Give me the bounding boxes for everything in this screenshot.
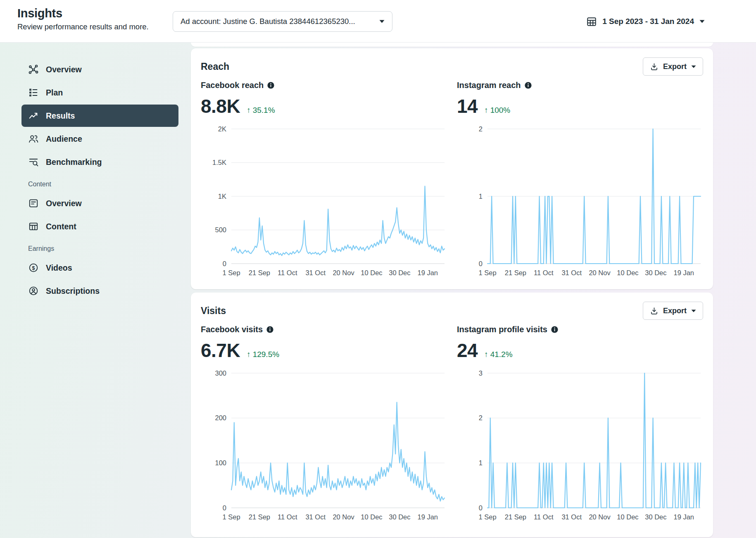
svg-text:30 Dec: 30 Dec <box>645 269 666 276</box>
svg-text:30 Dec: 30 Dec <box>645 513 666 521</box>
svg-text:300: 300 <box>215 369 226 377</box>
scrolled-card-edge <box>191 43 713 47</box>
sidebar-item-subscriptions[interactable]: Subscriptions <box>21 280 178 302</box>
audience-people-icon <box>28 133 39 144</box>
metric-delta: ↑ 35.1% <box>247 106 275 115</box>
svg-text:1: 1 <box>479 193 483 200</box>
svg-text:11 Oct: 11 Oct <box>534 269 554 276</box>
sidebar-item-results[interactable]: Results <box>21 105 178 127</box>
content-overview-icon <box>28 198 39 209</box>
svg-text:10 Dec: 10 Dec <box>617 269 638 276</box>
sidebar-item-videos[interactable]: $ Videos <box>21 257 178 279</box>
svg-text:200: 200 <box>215 414 226 421</box>
benchmarking-search-icon <box>28 157 39 167</box>
date-range-picker[interactable]: 1 Sep 2023 - 31 Jan 2024 <box>586 12 705 31</box>
page-subtitle: Review performance results and more. <box>17 22 149 31</box>
facebook-reach-chart: 05001K1.5K2K1 Sep21 Sep11 Oct31 Oct20 No… <box>201 121 447 279</box>
svg-text:0: 0 <box>223 504 226 512</box>
ad-account-label: Ad account: Justine G. Bautista 23844612… <box>181 17 355 26</box>
svg-text:30 Dec: 30 Dec <box>389 513 410 521</box>
svg-text:2: 2 <box>479 414 483 421</box>
sidebar-item-label: Subscriptions <box>46 286 100 296</box>
svg-text:21 Sep: 21 Sep <box>505 269 526 276</box>
svg-text:1 Sep: 1 Sep <box>478 269 496 276</box>
svg-text:11 Oct: 11 Oct <box>534 513 554 521</box>
svg-text:100: 100 <box>215 459 226 467</box>
sidebar-item-overview[interactable]: Overview <box>21 58 178 81</box>
reach-card: Reach Export Facebook reach 8.8K <box>191 48 713 289</box>
metric-label: Facebook reach <box>201 81 264 90</box>
chevron-down-icon <box>691 65 696 68</box>
facebook-reach-block: Facebook reach 8.8K ↑ 35.1% 05001K1.5K2K… <box>201 81 447 279</box>
metric-label: Facebook visits <box>201 325 263 334</box>
svg-text:21 Sep: 21 Sep <box>249 513 270 521</box>
trend-up-icon: ↑ <box>247 106 251 115</box>
content-table-icon <box>28 221 39 232</box>
sidebar-item-plan[interactable]: Plan <box>21 81 178 104</box>
card-title-visits: Visits <box>201 305 226 317</box>
metric-delta-value: 100% <box>490 106 511 115</box>
svg-text:11 Oct: 11 Oct <box>278 513 297 521</box>
chevron-down-icon <box>699 20 705 23</box>
sidebar: Overview Plan Results Audience <box>0 43 190 538</box>
svg-text:2K: 2K <box>218 125 226 133</box>
instagram-reach-block: Instagram reach 14 ↑ 100% 0121 Sep21 Sep… <box>457 81 703 279</box>
download-icon <box>650 307 659 315</box>
facebook-visits-chart: 01002003001 Sep21 Sep11 Oct31 Oct20 Nov1… <box>201 366 447 523</box>
sidebar-item-benchmarking[interactable]: Benchmarking <box>21 151 178 173</box>
svg-text:1 Sep: 1 Sep <box>222 513 240 521</box>
svg-text:$: $ <box>32 265 35 271</box>
svg-text:20 Nov: 20 Nov <box>589 269 611 276</box>
sidebar-section-content: Content <box>28 181 190 188</box>
svg-text:11 Oct: 11 Oct <box>278 269 297 276</box>
info-icon[interactable] <box>266 326 273 333</box>
trend-up-icon: ↑ <box>484 106 488 115</box>
svg-text:31 Oct: 31 Oct <box>305 513 326 521</box>
plan-list-icon <box>28 87 39 98</box>
metric-value: 6.7K <box>201 339 240 362</box>
svg-text:20 Nov: 20 Nov <box>333 269 354 276</box>
svg-text:0: 0 <box>479 260 483 267</box>
info-icon[interactable] <box>525 82 532 89</box>
export-label: Export <box>663 62 687 71</box>
download-icon <box>650 62 659 71</box>
svg-text:0: 0 <box>479 504 483 512</box>
export-button[interactable]: Export <box>643 57 703 76</box>
page-title: Insights <box>17 7 149 20</box>
metric-delta-value: 35.1% <box>253 106 275 115</box>
svg-text:0: 0 <box>223 260 226 267</box>
sidebar-item-content[interactable]: Content <box>21 215 178 238</box>
svg-text:19 Jan: 19 Jan <box>417 513 438 521</box>
chevron-down-icon <box>691 309 696 312</box>
sidebar-item-label: Benchmarking <box>46 157 102 167</box>
overview-nodes-icon <box>28 64 39 75</box>
top-bar: Insights Review performance results and … <box>0 0 756 43</box>
svg-text:20 Nov: 20 Nov <box>589 513 611 521</box>
sidebar-item-label: Overview <box>46 65 82 74</box>
svg-text:2: 2 <box>479 125 483 133</box>
results-trend-icon <box>28 110 39 121</box>
svg-text:10 Dec: 10 Dec <box>617 513 638 521</box>
svg-text:10 Dec: 10 Dec <box>361 513 382 521</box>
facebook-visits-block: Facebook visits 6.7K ↑ 129.5% 0100200300… <box>201 325 447 523</box>
sidebar-item-label: Results <box>46 111 75 121</box>
sidebar-item-label: Plan <box>46 88 63 98</box>
ad-account-dropdown[interactable]: Ad account: Justine G. Bautista 23844612… <box>173 11 392 32</box>
sidebar-item-content-overview[interactable]: Overview <box>21 192 178 214</box>
instagram-reach-chart: 0121 Sep21 Sep11 Oct31 Oct20 Nov10 Dec30… <box>457 121 703 279</box>
svg-text:31 Oct: 31 Oct <box>561 513 582 521</box>
svg-text:1 Sep: 1 Sep <box>478 513 496 521</box>
person-circle-icon <box>28 286 39 296</box>
export-button[interactable]: Export <box>643 302 703 320</box>
dollar-circle-icon: $ <box>28 262 39 273</box>
metric-value: 24 <box>457 339 478 362</box>
metric-delta: ↑ 100% <box>484 106 510 115</box>
info-icon[interactable] <box>267 82 274 89</box>
info-icon[interactable] <box>551 326 558 333</box>
svg-text:20 Nov: 20 Nov <box>333 513 354 521</box>
sidebar-item-audience[interactable]: Audience <box>21 128 178 150</box>
metric-delta-value: 41.2% <box>490 350 513 359</box>
svg-text:19 Jan: 19 Jan <box>673 513 694 521</box>
svg-text:19 Jan: 19 Jan <box>417 269 438 276</box>
page-title-block: Insights Review performance results and … <box>17 7 149 31</box>
